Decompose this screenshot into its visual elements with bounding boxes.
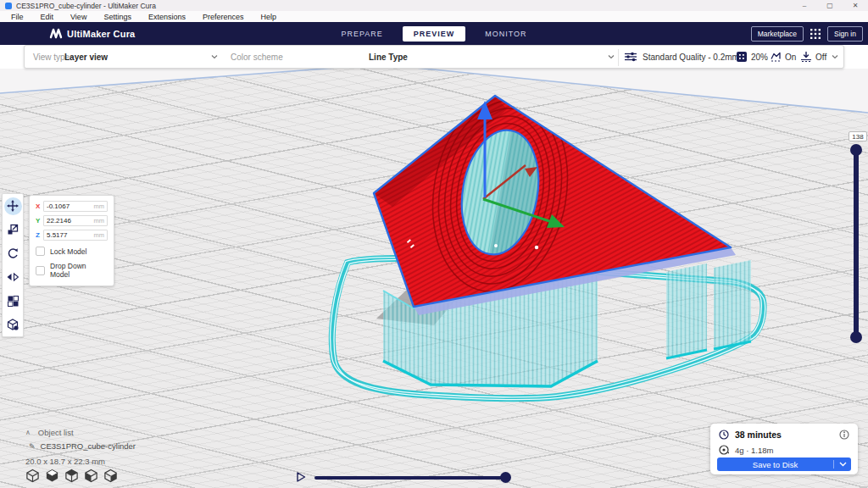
- support-columns-right: [666, 260, 751, 358]
- material-spool-icon: [719, 445, 729, 455]
- adhesion-value: Off: [815, 53, 826, 62]
- left-view-button[interactable]: [83, 468, 98, 483]
- cura-window: CE3S1PRO_cube-cylinder - UltiMaker Cura …: [0, 0, 868, 488]
- chevron-up-icon: ∧: [25, 429, 31, 436]
- per-model-settings-button[interactable]: [3, 289, 23, 313]
- top-view-icon: [64, 469, 79, 483]
- x-position-value: -0.1067: [44, 202, 70, 210]
- support-icon: [770, 52, 782, 63]
- top-view-button[interactable]: [64, 468, 79, 483]
- play-button[interactable]: [296, 472, 306, 482]
- x-position-input[interactable]: -0.1067 mm: [43, 201, 108, 212]
- quality-profile[interactable]: Standard Quality - 0.2mm: [643, 53, 739, 62]
- layer-slider-top-handle[interactable]: [850, 144, 862, 156]
- view-presets: [25, 468, 118, 483]
- save-to-disk-button[interactable]: Save to Disk: [717, 458, 851, 471]
- material-usage: 4g · 1.18m: [735, 446, 773, 455]
- lock-model-label: Lock Model: [50, 247, 86, 256]
- path-slider-handle[interactable]: [500, 472, 511, 483]
- scale-icon: [7, 224, 19, 236]
- 3d-view-icon: [25, 469, 40, 483]
- y-axis-label: Y: [36, 217, 43, 225]
- mirror-icon: [7, 272, 19, 282]
- z-position-value: 5.5177: [44, 231, 67, 239]
- infill-value: 20%: [751, 53, 768, 62]
- rotate-tool-button[interactable]: [3, 241, 23, 265]
- print-settings-chevron-down-icon[interactable]: [832, 55, 838, 59]
- adhesion-icon: [800, 52, 812, 63]
- tab-prepare[interactable]: PREPARE: [330, 26, 393, 42]
- app-icon: [5, 3, 12, 9]
- lock-model-checkbox[interactable]: [36, 247, 45, 256]
- layer-number-badge: 138: [849, 131, 867, 141]
- print-summary-card: 38 minutes 4g · 1.18m Save to Disk: [710, 424, 858, 474]
- menu-settings[interactable]: Settings: [95, 13, 140, 21]
- app-switcher-grid-icon[interactable]: [810, 29, 821, 39]
- x-unit-label: mm: [94, 202, 105, 210]
- toolbar-divider: [618, 49, 619, 66]
- move-icon: [7, 200, 19, 212]
- menu-file[interactable]: File: [3, 13, 32, 21]
- support-blocker-button[interactable]: [3, 313, 23, 336]
- tab-preview[interactable]: PREVIEW: [403, 26, 466, 42]
- color-scheme-label: Color scheme: [231, 53, 283, 62]
- layer-slider-track[interactable]: [854, 150, 859, 337]
- scale-tool-button[interactable]: [3, 218, 23, 241]
- left-view-icon: [84, 469, 98, 483]
- menu-edit[interactable]: Edit: [32, 13, 63, 21]
- path-slider-track[interactable]: [314, 476, 509, 480]
- color-scheme-chevron-down-icon[interactable]: [608, 55, 615, 59]
- color-scheme-value[interactable]: Line Type: [369, 53, 408, 62]
- menu-bar: File Edit View Settings Extensions Prefe…: [0, 11, 868, 22]
- z-position-input[interactable]: 5.5177 mm: [43, 230, 108, 241]
- per-model-settings-icon: [8, 296, 19, 307]
- model-list-item[interactable]: ✎ CE3S1PRO_cube-cylinder: [29, 441, 136, 451]
- layer-slider-bottom-handle[interactable]: [850, 331, 862, 343]
- print-time: 38 minutes: [735, 430, 782, 440]
- save-options-chevron[interactable]: [834, 462, 851, 467]
- infill-icon: [737, 52, 747, 62]
- right-view-icon: [103, 469, 118, 483]
- support-value: On: [785, 53, 796, 62]
- object-list-label: Object list: [38, 428, 74, 437]
- info-icon[interactable]: [839, 430, 849, 440]
- save-to-disk-label: Save to Disk: [717, 460, 833, 469]
- front-view-icon: [45, 469, 59, 483]
- drop-down-model-label: Drop Down Model: [50, 262, 108, 279]
- x-axis-label: X: [36, 202, 43, 210]
- z-unit-label: mm: [94, 231, 105, 239]
- menu-preferences[interactable]: Preferences: [194, 13, 253, 21]
- y-unit-label: mm: [94, 217, 105, 225]
- minimize-button[interactable]: –: [792, 0, 817, 11]
- app-header: UltiMaker Cura PREPARE PREVIEW MONITOR M…: [0, 22, 868, 45]
- rotate-icon: [7, 247, 19, 259]
- drop-down-model-checkbox[interactable]: [36, 266, 45, 275]
- maximize-button[interactable]: ▢: [817, 0, 843, 11]
- marketplace-button[interactable]: Marketplace: [751, 26, 804, 42]
- y-position-input[interactable]: 22.2146 mm: [43, 215, 108, 226]
- tab-monitor[interactable]: MONITOR: [474, 26, 537, 42]
- chevron-down-icon: [839, 462, 847, 467]
- view-type-chevron-down-icon[interactable]: [211, 55, 218, 59]
- model-name: CE3S1PRO_cube-cylinder: [41, 441, 136, 451]
- close-button[interactable]: ✕: [843, 0, 868, 11]
- mirror-tool-button[interactable]: [3, 265, 23, 289]
- position-panel: X -0.1067 mm Y 22.2146 mm Z 5.5177 mm Lo…: [29, 195, 114, 286]
- 3d-view-button[interactable]: [25, 468, 40, 483]
- view-toolbar: View type Layer view Color scheme Line T…: [24, 45, 844, 69]
- rename-pencil-icon[interactable]: ✎: [29, 442, 36, 451]
- object-list-toggle[interactable]: ∧ Object list: [25, 428, 74, 437]
- move-tool-button[interactable]: [3, 194, 23, 218]
- menu-help[interactable]: Help: [252, 13, 285, 21]
- y-position-value: 22.2146: [44, 217, 71, 225]
- right-view-button[interactable]: [103, 468, 118, 483]
- view-type-value[interactable]: Layer view: [64, 53, 108, 62]
- front-view-button[interactable]: [44, 468, 59, 483]
- sign-in-button[interactable]: Sign in: [827, 26, 863, 42]
- z-axis-label: Z: [36, 231, 43, 239]
- build-plate-edge: [0, 69, 868, 113]
- menu-extensions[interactable]: Extensions: [140, 13, 194, 21]
- menu-view[interactable]: View: [62, 13, 95, 21]
- print-settings-sliders-icon[interactable]: [625, 52, 637, 62]
- title-bar: CE3S1PRO_cube-cylinder - UltiMaker Cura …: [0, 0, 868, 11]
